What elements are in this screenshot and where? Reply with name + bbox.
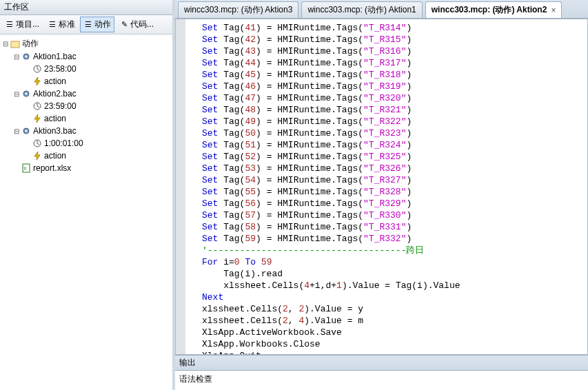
tree-item-icon xyxy=(32,101,43,112)
svg-point-8 xyxy=(26,130,28,132)
code-icon: ✎ xyxy=(119,20,129,30)
tree-item-icon xyxy=(21,51,32,62)
tree-expander-icon[interactable]: ⊟ xyxy=(12,53,21,61)
left-panel-title: 工作区 xyxy=(0,0,172,15)
svg-rect-0 xyxy=(11,41,19,48)
editor-tab-1[interactable]: wincc303.mcp: (动作) Aktion1 xyxy=(301,1,422,18)
tree-item-icon: X xyxy=(21,163,32,174)
tree-item-label: 23:58:00 xyxy=(44,64,77,74)
toolbar-action-button[interactable]: ☰ 动作 xyxy=(80,17,114,32)
tree-node-bac-0[interactable]: ⊟Aktion1.bac xyxy=(1,50,171,63)
editor-tab-2[interactable]: wincc303.mcp: (动作) Aktion2× xyxy=(425,1,562,18)
tree-node-action-1[interactable]: action xyxy=(1,112,171,125)
tree-item-label: Aktion1.bac xyxy=(33,52,77,61)
tree-view[interactable]: ⊟动作⊟Aktion1.bac23:58:00action⊟Aktion2.ba… xyxy=(0,34,172,390)
tree-node-report[interactable]: Xreport.xlsx xyxy=(1,162,171,174)
tree-node-time-0[interactable]: 23:58:00 xyxy=(1,63,171,75)
tree-expander-icon[interactable]: ⊟ xyxy=(12,127,21,135)
toolbar-standard-label: 标准 xyxy=(59,19,75,30)
tree-item-icon xyxy=(21,125,32,136)
tree-item-label: action xyxy=(44,151,66,161)
tree-item-icon xyxy=(32,150,43,161)
tab-label: wincc303.mcp: (动作) Aktion1 xyxy=(307,4,416,16)
close-icon[interactable]: × xyxy=(551,6,556,15)
toolbar-action-label: 动作 xyxy=(94,19,111,30)
tree-item-label: 动作 xyxy=(22,38,39,50)
left-panel: 工作区 ☰ 项目... ☰ 标准 ☰ 动作 ✎ 代码... ⊟动作⊟Aktion… xyxy=(0,0,175,390)
tree-item-label: report.xlsx xyxy=(33,163,71,173)
tree-root-actions[interactable]: ⊟动作 xyxy=(1,37,171,50)
tree-item-icon xyxy=(10,39,21,50)
tree-item-label: 1:00:01:00 xyxy=(44,138,83,148)
tree-node-bac-1[interactable]: ⊟Aktion2.bac xyxy=(1,88,171,100)
tree-item-label: Aktion2.bac xyxy=(33,89,77,99)
tree-node-action-0[interactable]: action xyxy=(1,75,171,88)
tree-node-action-2[interactable]: action xyxy=(1,150,171,162)
tree-expander-icon[interactable]: ⊟ xyxy=(1,40,10,48)
code-editor[interactable]: Set Tag(41) = HMIRuntime.Tags("T_R314") … xyxy=(175,19,588,355)
tree-item-label: action xyxy=(44,76,66,86)
tree-item-icon xyxy=(32,63,43,74)
output-panel-title: 输出 xyxy=(175,355,588,371)
toolbar-project-button[interactable]: ☰ 项目... xyxy=(1,17,43,32)
left-toolbar: ☰ 项目... ☰ 标准 ☰ 动作 ✎ 代码... xyxy=(0,15,172,34)
right-panel: wincc303.mcp: (动作) Aktion3wincc303.mcp: … xyxy=(175,0,588,390)
svg-point-2 xyxy=(26,56,28,58)
tree-item-icon xyxy=(32,113,43,124)
tab-label: wincc303.mcp: (动作) Aktion3 xyxy=(184,4,292,16)
toolbar-code-label: 代码... xyxy=(130,19,154,30)
action-icon: ☰ xyxy=(83,20,93,30)
editor-tab-0[interactable]: wincc303.mcp: (动作) Aktion3 xyxy=(178,1,298,18)
toolbar-project-label: 项目... xyxy=(16,19,39,30)
tree-item-icon xyxy=(21,88,32,99)
tree-item-icon xyxy=(32,76,43,87)
tree-expander-icon[interactable]: ⊟ xyxy=(12,90,21,98)
tree-item-label: action xyxy=(44,114,66,123)
tree-item-label: 23:59:00 xyxy=(44,101,77,111)
tree-node-bac-2[interactable]: ⊟Aktion3.bac xyxy=(1,125,171,137)
tree-item-label: Aktion3.bac xyxy=(33,126,77,136)
svg-point-5 xyxy=(26,93,28,95)
tree-item-icon xyxy=(32,138,43,149)
output-panel-body: 语法检查 xyxy=(175,371,588,390)
toolbar-code-button[interactable]: ✎ 代码... xyxy=(116,17,157,32)
editor-tabs: wincc303.mcp: (动作) Aktion3wincc303.mcp: … xyxy=(175,0,588,19)
project-icon: ☰ xyxy=(5,20,14,30)
svg-text:X: X xyxy=(23,166,27,171)
toolbar-standard-button[interactable]: ☰ 标准 xyxy=(44,17,79,32)
tree-node-time-1[interactable]: 23:59:00 xyxy=(1,100,171,112)
tree-node-time-2[interactable]: 1:00:01:00 xyxy=(1,137,171,150)
tab-label: wincc303.mcp: (动作) Aktion2 xyxy=(432,4,547,16)
standard-icon: ☰ xyxy=(48,20,57,30)
